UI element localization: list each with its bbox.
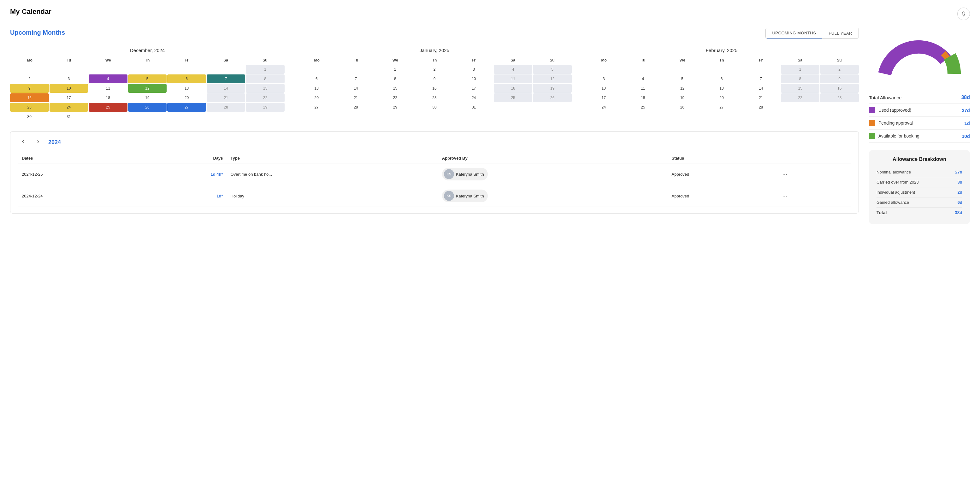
day-cell[interactable]: 29 <box>376 103 415 112</box>
day-cell[interactable]: 3 <box>584 75 623 83</box>
day-cell[interactable]: 4 <box>89 75 127 83</box>
day-cell[interactable]: 1 <box>376 65 415 74</box>
more-actions-button[interactable]: ··· <box>780 170 790 178</box>
day-cell[interactable]: 5 <box>533 65 572 74</box>
day-cell[interactable]: 8 <box>376 75 415 83</box>
day-cell[interactable]: 25 <box>624 103 663 112</box>
day-cell[interactable]: 8 <box>781 75 820 83</box>
day-cell[interactable]: 17 <box>454 84 493 93</box>
day-cell[interactable]: 15 <box>376 84 415 93</box>
legend-color-dot <box>869 107 875 113</box>
day-cell[interactable]: 17 <box>584 93 623 102</box>
lightbulb-button[interactable] <box>957 8 970 20</box>
day-cell[interactable]: 27 <box>297 103 336 112</box>
day-cell[interactable]: 1 <box>246 65 285 74</box>
day-cell[interactable]: 16 <box>10 93 49 102</box>
upcoming-months-tab[interactable]: UPCOMING MONTHS <box>766 28 822 38</box>
day-cell[interactable]: 15 <box>781 84 820 93</box>
day-cell[interactable]: 19 <box>533 84 572 93</box>
day-cell[interactable]: 7 <box>741 75 780 83</box>
day-cell[interactable]: 21 <box>207 93 245 102</box>
day-cell[interactable]: 6 <box>297 75 336 83</box>
lightbulb-icon <box>961 11 966 17</box>
day-cell[interactable]: 23 <box>820 93 859 102</box>
day-cell[interactable]: 28 <box>207 103 245 112</box>
day-cell[interactable]: 9 <box>820 75 859 83</box>
day-cell[interactable]: 10 <box>49 84 88 93</box>
day-cell[interactable]: 10 <box>584 84 623 93</box>
day-cell[interactable]: 18 <box>494 84 533 93</box>
day-cell[interactable]: 8 <box>246 75 285 83</box>
day-cell[interactable]: 9 <box>10 84 49 93</box>
day-cell[interactable]: 12 <box>128 84 167 93</box>
day-cell[interactable]: 31 <box>454 103 493 112</box>
day-cell[interactable]: 24 <box>49 103 88 112</box>
day-cell[interactable]: 14 <box>207 84 245 93</box>
day-cell[interactable]: 31 <box>49 112 88 121</box>
day-cell[interactable]: 19 <box>128 93 167 102</box>
day-cell[interactable]: 2 <box>10 75 49 83</box>
day-cell[interactable]: 26 <box>533 93 572 102</box>
day-cell[interactable]: 18 <box>624 93 663 102</box>
day-cell[interactable]: 20 <box>297 93 336 102</box>
day-cell[interactable]: 5 <box>663 75 702 83</box>
day-cell[interactable]: 22 <box>781 93 820 102</box>
day-cell[interactable]: 4 <box>624 75 663 83</box>
day-cell[interactable]: 9 <box>415 75 454 83</box>
day-cell[interactable]: 28 <box>741 103 780 112</box>
day-cell[interactable]: 21 <box>741 93 780 102</box>
day-cell[interactable]: 27 <box>167 103 206 112</box>
day-cell[interactable]: 30 <box>10 112 49 121</box>
day-cell[interactable]: 20 <box>167 93 206 102</box>
day-cell[interactable]: 15 <box>246 84 285 93</box>
day-cell[interactable]: 27 <box>702 103 741 112</box>
day-cell[interactable]: 25 <box>494 93 533 102</box>
day-cell[interactable]: 5 <box>128 75 167 83</box>
day-cell[interactable]: 7 <box>207 75 245 83</box>
day-cell[interactable]: 11 <box>624 84 663 93</box>
more-actions-button[interactable]: ··· <box>780 192 790 200</box>
allowance-summary: Total Allowance 38d Used (approved) 27d … <box>869 92 970 143</box>
day-cell[interactable]: 1 <box>781 65 820 74</box>
day-cell[interactable]: 30 <box>415 103 454 112</box>
day-cell[interactable]: 3 <box>49 75 88 83</box>
day-cell[interactable]: 14 <box>337 84 375 93</box>
day-cell[interactable]: 16 <box>820 84 859 93</box>
day-cell[interactable]: 23 <box>415 93 454 102</box>
day-cell[interactable]: 26 <box>663 103 702 112</box>
day-cell[interactable]: 12 <box>663 84 702 93</box>
day-cell[interactable]: 10 <box>454 75 493 83</box>
day-cell[interactable]: 2 <box>415 65 454 74</box>
day-cell[interactable]: 16 <box>415 84 454 93</box>
day-cell[interactable]: 17 <box>49 93 88 102</box>
day-cell[interactable]: 4 <box>494 65 533 74</box>
day-cell[interactable]: 24 <box>584 103 623 112</box>
day-cell[interactable]: 13 <box>167 84 206 93</box>
day-cell[interactable]: 2 <box>820 65 859 74</box>
day-cell[interactable]: 11 <box>89 84 127 93</box>
day-cell[interactable]: 6 <box>702 75 741 83</box>
day-cell[interactable]: 21 <box>337 93 375 102</box>
day-cell[interactable]: 11 <box>494 75 533 83</box>
day-cell[interactable]: 3 <box>454 65 493 74</box>
day-cell[interactable]: 7 <box>337 75 375 83</box>
day-cell[interactable]: 28 <box>337 103 375 112</box>
day-cell[interactable]: 29 <box>246 103 285 112</box>
day-cell[interactable]: 13 <box>702 84 741 93</box>
day-cell[interactable]: 12 <box>533 75 572 83</box>
day-cell[interactable]: 24 <box>454 93 493 102</box>
day-cell[interactable]: 13 <box>297 84 336 93</box>
day-cell[interactable]: 19 <box>663 93 702 102</box>
day-cell[interactable]: 6 <box>167 75 206 83</box>
prev-year-button[interactable] <box>18 138 28 147</box>
day-cell[interactable]: 20 <box>702 93 741 102</box>
day-cell[interactable]: 23 <box>10 103 49 112</box>
day-cell[interactable]: 14 <box>741 84 780 93</box>
day-cell[interactable]: 22 <box>246 93 285 102</box>
day-cell[interactable]: 25 <box>89 103 127 112</box>
day-cell[interactable]: 18 <box>89 93 127 102</box>
full-year-tab[interactable]: FULL YEAR <box>822 28 859 38</box>
day-cell[interactable]: 26 <box>128 103 167 112</box>
next-year-button[interactable] <box>33 138 43 147</box>
day-cell[interactable]: 22 <box>376 93 415 102</box>
